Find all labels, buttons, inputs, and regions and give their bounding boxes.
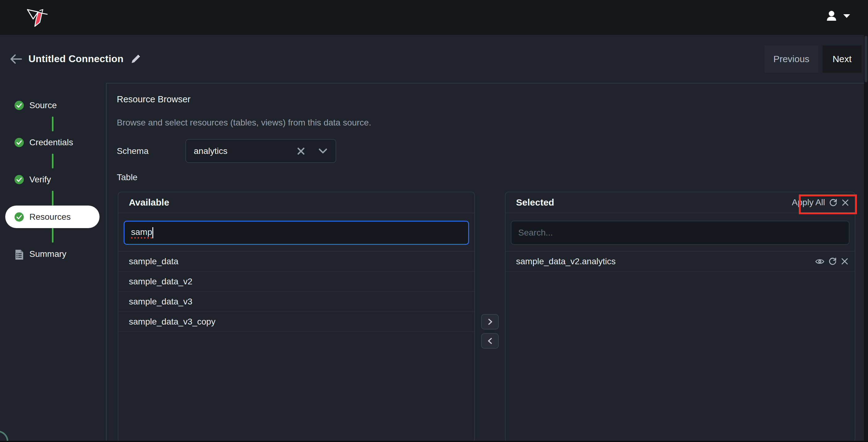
schema-select[interactable]: analytics — [185, 139, 336, 163]
move-right-button[interactable] — [481, 314, 499, 329]
available-panel: Available samp sample_data sample_data_v… — [118, 191, 475, 442]
edit-title-pencil-icon[interactable] — [130, 54, 142, 65]
available-search-input[interactable]: samp — [124, 221, 469, 245]
search-query-text: samp — [131, 227, 152, 239]
available-panel-title: Available — [129, 197, 169, 208]
available-list: sample_data sample_data_v2 sample_data_v… — [118, 251, 474, 332]
selected-search-input[interactable] — [511, 221, 849, 245]
selected-list: sample_data_v2.analytics — [505, 251, 855, 272]
connection-wizard-page: Untitled Connection Previous Next Source… — [0, 0, 868, 442]
available-list-item[interactable]: sample_data_v3 — [118, 292, 474, 312]
next-button[interactable]: Next — [823, 46, 862, 72]
window-bottom-edge — [0, 441, 868, 442]
user-menu-button[interactable] — [825, 9, 851, 23]
selected-list-item[interactable]: sample_data_v2.analytics — [505, 252, 855, 272]
check-circle-icon — [14, 138, 24, 147]
page-title: Resource Browser — [117, 94, 191, 105]
schema-dropdown-chevron-icon[interactable] — [318, 148, 327, 154]
available-list-item[interactable]: sample_data_v3_copy — [118, 312, 474, 332]
stepper-item-source[interactable]: Source — [0, 96, 106, 115]
selected-panel: Selected Apply All — [505, 191, 855, 442]
stepper-item-credentials[interactable]: Credentials — [0, 133, 106, 152]
table-field-label: Table — [117, 173, 137, 182]
connection-title: Untitled Connection — [28, 53, 124, 65]
selected-panel-title: Selected — [516, 197, 554, 208]
stepper-label: Summary — [29, 249, 66, 259]
stepper-connector — [52, 154, 54, 169]
chevron-down-icon — [843, 13, 851, 19]
stepper-connector — [52, 117, 54, 131]
stepper-item-summary[interactable]: Summary — [0, 245, 106, 263]
schema-selected-value: analytics — [194, 146, 297, 156]
chevron-left-icon — [487, 337, 494, 345]
header-actions: Previous Next — [765, 46, 862, 72]
clear-all-icon[interactable] — [841, 199, 849, 206]
preview-eye-icon[interactable] — [815, 258, 825, 265]
available-list-item[interactable]: sample_data_v2 — [118, 272, 474, 292]
available-list-item[interactable]: sample_data — [118, 252, 474, 272]
selected-panel-header: Selected Apply All — [505, 192, 855, 213]
wizard-header: Untitled Connection Previous Next — [0, 35, 868, 84]
check-circle-icon — [14, 175, 24, 184]
check-circle-icon — [14, 212, 24, 222]
stepper-label: Resources — [29, 212, 71, 222]
document-icon — [14, 249, 24, 259]
resource-name: sample_data — [129, 257, 468, 266]
user-avatar-icon — [825, 9, 838, 23]
refresh-item-icon[interactable] — [829, 257, 837, 266]
remove-item-icon[interactable] — [841, 258, 848, 265]
stepper-item-resources[interactable]: Resources — [0, 208, 106, 226]
stepper-label: Credentials — [29, 138, 73, 147]
move-left-button[interactable] — [481, 333, 499, 349]
page-description: Browse and select resources (tables, vie… — [117, 118, 371, 128]
selected-item-actions — [815, 257, 848, 266]
available-search-section: samp — [118, 213, 474, 251]
page-scrollbar-thumb[interactable] — [865, 36, 867, 82]
resource-name: sample_data_v2.analytics — [516, 257, 815, 266]
clear-schema-icon[interactable] — [297, 147, 305, 155]
selected-search-section — [505, 213, 855, 251]
check-circle-icon — [14, 101, 24, 110]
stepper-item-verify[interactable]: Verify — [0, 170, 106, 189]
stepper-connector — [52, 228, 54, 243]
apply-all-button[interactable]: Apply All — [792, 198, 825, 207]
page-scrollbar-track[interactable] — [864, 35, 868, 442]
hummingbird-logo-icon[interactable] — [24, 6, 48, 30]
stepper-label: Verify — [29, 175, 51, 184]
back-arrow-icon[interactable] — [9, 52, 23, 66]
previous-button[interactable]: Previous — [765, 46, 818, 72]
stepper-connector — [52, 191, 54, 206]
resource-name: sample_data_v3_copy — [129, 317, 468, 327]
chevron-right-icon — [487, 318, 494, 325]
top-app-bar — [0, 0, 868, 35]
resource-name: sample_data_v3 — [129, 297, 468, 306]
schema-field-label: Schema — [117, 146, 149, 156]
refresh-all-icon[interactable] — [829, 199, 837, 207]
text-caret — [152, 227, 153, 238]
available-panel-header: Available — [118, 192, 474, 213]
selected-panel-actions: Apply All — [792, 198, 850, 207]
resource-name: sample_data_v2 — [129, 277, 468, 287]
stepper-label: Source — [29, 100, 57, 110]
